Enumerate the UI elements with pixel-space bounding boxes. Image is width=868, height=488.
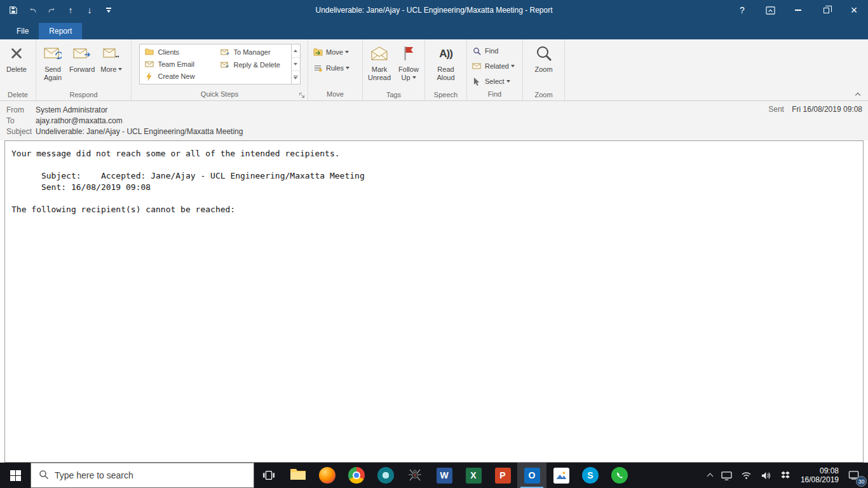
move-button-label: Move	[326, 48, 349, 56]
envelope-reply-icon	[220, 60, 230, 70]
start-button[interactable]	[0, 463, 31, 488]
message-header: From System Administrator To ajay.rathor…	[0, 101, 868, 140]
quick-steps-gallery-expand[interactable]	[292, 71, 300, 84]
group-label-speech: Speech	[425, 90, 466, 100]
quick-step-clients-label: Clients	[158, 48, 180, 56]
delete-button[interactable]: Delete	[2, 41, 31, 90]
photos-button[interactable]	[546, 463, 576, 488]
close-button[interactable]: ×	[840, 0, 868, 20]
help-button[interactable]: ?	[728, 0, 756, 20]
read-aloud-icon: A))	[435, 43, 457, 64]
to-label: To	[6, 116, 36, 126]
whatsapp-button[interactable]	[605, 463, 634, 488]
quick-step-create-new[interactable]: Create New	[140, 71, 215, 83]
undo-icon[interactable]	[23, 0, 42, 20]
ribbon-tab-row: File Report	[0, 20, 868, 39]
group-label-quick-steps: Quick Steps	[132, 90, 308, 100]
envelope-forward-icon	[220, 47, 230, 57]
tab-report[interactable]: Report	[39, 23, 82, 39]
tray-expand-chevron[interactable]	[703, 463, 717, 488]
clock-date: 16/08/2019	[801, 475, 839, 484]
select-button[interactable]: Select	[469, 76, 517, 87]
restore-button[interactable]	[812, 0, 840, 20]
quick-steps-scroll-up[interactable]	[292, 44, 300, 58]
group-label-zoom: Zoom	[523, 90, 564, 100]
search-input[interactable]	[55, 470, 239, 480]
mark-unread-button[interactable]: Mark Unread	[365, 41, 394, 90]
forward-button[interactable]: Forward	[67, 41, 97, 90]
ribbon-group-delete: Delete Delete	[0, 39, 36, 100]
quick-step-team-email[interactable]: Team Email	[140, 58, 215, 70]
quick-steps-dialog-launcher[interactable]	[298, 92, 306, 99]
ribbon-group-respond: Send Again Forward More Respond	[36, 39, 132, 100]
next-item-icon[interactable]: ↓	[80, 0, 99, 20]
quick-steps-scroll-down[interactable]	[292, 58, 300, 71]
previous-item-icon[interactable]: ↑	[61, 0, 80, 20]
taskbar-search[interactable]	[31, 463, 254, 488]
group-label-find: Find	[467, 90, 522, 100]
minimize-button[interactable]	[784, 0, 812, 20]
send-again-button[interactable]: Send Again	[38, 41, 67, 90]
skype-button[interactable]: S	[576, 463, 605, 488]
tab-file[interactable]: File	[6, 23, 39, 39]
dropbox-icon[interactable]	[776, 463, 795, 488]
word-button[interactable]: W	[430, 463, 459, 488]
sent-label: Sent	[768, 105, 784, 114]
firefox-button[interactable]	[313, 463, 342, 488]
send-again-icon	[42, 43, 64, 64]
quick-steps-scrollbar	[291, 44, 300, 84]
read-aloud-label: Read Aloud	[433, 65, 459, 82]
quick-step-clients[interactable]: Clients	[140, 46, 215, 58]
message-body[interactable]: Your message did not reach some or all o…	[4, 140, 864, 463]
clock-time: 09:08	[820, 466, 839, 475]
excel-button[interactable]: X	[459, 463, 488, 488]
quick-step-reply-delete[interactable]: Reply & Delete	[215, 58, 291, 71]
ribbon: Delete Delete Send Again Forward	[0, 39, 868, 101]
read-aloud-button[interactable]: A)) Read Aloud	[431, 41, 461, 90]
group-label-move: Move	[308, 90, 362, 100]
rules-button[interactable]: Rules	[310, 62, 352, 74]
message-body-text: Your message did not reach some or all o…	[11, 148, 857, 215]
follow-up-button[interactable]: Follow Up	[394, 41, 423, 90]
titlebar: ↑ ↓ Undeliverable: Jane/Ajay - UCL Engin…	[0, 0, 868, 20]
spider-app-button[interactable]	[400, 463, 430, 488]
delete-button-label: Delete	[6, 65, 27, 74]
find-button[interactable]: Find	[469, 45, 517, 57]
firefox-icon	[319, 467, 336, 484]
file-explorer-button[interactable]	[283, 463, 313, 488]
zoom-button[interactable]: Zoom	[529, 41, 559, 90]
forward-icon	[71, 43, 93, 64]
quick-steps-gallery: Clients Team Email Create New	[139, 44, 301, 85]
teal-ring-icon	[377, 467, 394, 484]
quick-steps-column-2: To Manager Reply & Delete	[215, 44, 291, 84]
more-respond-button[interactable]: More	[97, 41, 126, 90]
taskbar-clock[interactable]: 09:08 16/08/2019	[795, 466, 844, 484]
monitor-icon[interactable]	[717, 463, 736, 488]
related-button-label: Related	[485, 62, 515, 70]
mark-unread-icon	[369, 43, 390, 64]
task-view-button[interactable]	[254, 463, 283, 488]
quick-step-team-email-label: Team Email	[158, 60, 194, 68]
customize-quick-access-icon[interactable]	[99, 0, 118, 20]
forward-label: Forward	[69, 65, 95, 74]
wifi-icon[interactable]	[736, 463, 756, 488]
quick-step-to-manager[interactable]: To Manager	[215, 46, 291, 58]
teal-app-button[interactable]	[371, 463, 400, 488]
move-button[interactable]: Move	[310, 46, 352, 58]
outlook-button[interactable]: O	[517, 463, 546, 488]
from-value[interactable]: System Administrator	[36, 105, 107, 116]
action-center-button[interactable]: 30	[844, 463, 867, 488]
save-icon[interactable]	[4, 0, 23, 20]
ribbon-group-speech: A)) Read Aloud Speech	[425, 39, 467, 100]
subject-label: Subject	[6, 126, 36, 137]
file-explorer-icon	[290, 468, 306, 483]
redo-icon[interactable]	[42, 0, 61, 20]
speaker-icon[interactable]	[756, 463, 776, 488]
spider-icon	[407, 467, 423, 484]
ribbon-display-options-button[interactable]	[756, 0, 784, 20]
to-value[interactable]: ajay.rathor@maxatta.com	[36, 116, 123, 126]
related-button[interactable]: Related	[469, 60, 517, 72]
powerpoint-button[interactable]: P	[488, 463, 517, 488]
chrome-button[interactable]	[342, 463, 371, 488]
collapse-ribbon-button[interactable]	[855, 92, 860, 97]
